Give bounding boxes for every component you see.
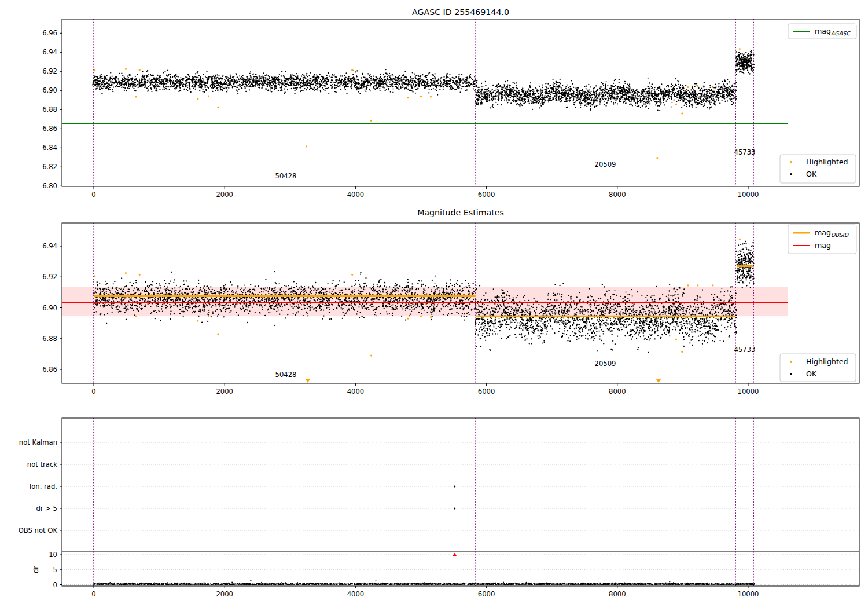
legend-ok-marker — [790, 173, 792, 175]
y-tick-label: 6.88 — [42, 335, 57, 343]
clipped-low-marker — [656, 379, 661, 383]
flag-category-label: Ion. rad. — [30, 482, 57, 490]
x-tick-label: 10000 — [738, 590, 759, 598]
plot2-title: Magnitude Estimates — [417, 208, 504, 217]
flag-category-label: OBS not OK — [19, 526, 58, 534]
flag-category-label: dr > 5 — [36, 504, 57, 512]
x-tick-label: 4000 — [347, 191, 365, 199]
x-tick-label: 10000 — [738, 387, 759, 395]
x-tick-label: 0 — [91, 387, 95, 395]
legend-label: Highlighted — [806, 158, 848, 166]
y-tick-label: 6.86 — [42, 365, 57, 373]
obsid-annotation: 50428 — [275, 371, 297, 379]
panel-flags-dr: not Kalmannot trackIon. rad.dr > 5OBS no… — [19, 418, 859, 598]
obsid-annotation: 20509 — [595, 160, 616, 169]
x-tick-label: 2000 — [216, 387, 233, 395]
x-tick-label: 10000 — [738, 191, 759, 199]
x-tick-label: 2000 — [216, 191, 233, 199]
legend-label: mag — [815, 241, 831, 250]
y-tick-label: 6.90 — [42, 86, 57, 94]
legend-highlighted-marker — [790, 161, 792, 163]
plot3-frame — [62, 418, 859, 586]
dr-outliers — [250, 580, 670, 583]
legend-label: OK — [806, 170, 817, 178]
dr-scatter — [93, 581, 755, 585]
x-tick-label: 0 — [91, 590, 95, 598]
obsid-annotation: 45733 — [734, 148, 756, 156]
scatter-highlighted — [94, 48, 741, 159]
y-tick-label: 0 — [53, 581, 57, 589]
x-tick-label: 8000 — [609, 387, 626, 395]
figure-canvas: 02000400060008000100006.966.946.926.906.… — [0, 0, 868, 608]
x-tick-label: 4000 — [347, 387, 365, 395]
clipped-low-marker — [306, 379, 310, 383]
y-tick-label: 6.94 — [42, 48, 57, 56]
x-tick-label: 2000 — [216, 590, 233, 598]
chart-layers: 02000400060008000100006.966.946.926.906.… — [19, 19, 859, 598]
y-tick-label: 6.82 — [42, 163, 57, 171]
y-tick-label: 6.88 — [42, 105, 57, 113]
y-tick-label: 10 — [49, 551, 57, 559]
y-tick-label: 6.86 — [42, 124, 57, 133]
legend-ok-marker — [790, 373, 792, 375]
y-tick-label: 6.92 — [42, 273, 57, 281]
legend-label: OK — [806, 369, 817, 378]
y-tick-label: 6.94 — [42, 242, 57, 250]
panel-agasc-magnitude: 02000400060008000100006.966.946.926.906.… — [42, 19, 859, 199]
dr-clipped-high-marker — [453, 553, 457, 556]
x-tick-label: 6000 — [478, 191, 495, 199]
scatter-ok — [92, 50, 755, 111]
panel-magnitude-estimates: 02000400060008000100006.946.926.906.886.… — [42, 223, 859, 395]
legend-highlighted-marker — [790, 361, 792, 363]
dr-axis-label: dr — [32, 566, 40, 573]
flag-category-label: not Kalman — [19, 438, 57, 446]
obsid-annotation: 45733 — [734, 346, 756, 354]
obsid-annotation: 20509 — [595, 360, 616, 368]
legend-label: Highlighted — [806, 357, 848, 366]
plot1-title: AGASC ID 255469144.0 — [412, 8, 509, 17]
y-tick-label: 6.84 — [42, 144, 57, 152]
matplotlib-figure: 02000400060008000100006.966.946.926.906.… — [0, 0, 868, 608]
plot1-frame — [62, 19, 859, 186]
y-tick-label: 6.90 — [42, 304, 57, 312]
x-tick-label: 8000 — [609, 590, 626, 598]
x-tick-label: 4000 — [347, 590, 365, 598]
x-tick-label: 6000 — [478, 590, 495, 598]
y-tick-label: 6.80 — [42, 182, 57, 190]
flag-points — [454, 485, 455, 509]
y-tick-label: 5 — [53, 566, 57, 574]
x-tick-label: 6000 — [478, 387, 495, 395]
obsid-annotation: 50428 — [275, 172, 297, 180]
y-tick-label: 6.92 — [42, 67, 57, 75]
x-tick-label: 0 — [91, 191, 95, 199]
x-tick-label: 8000 — [609, 191, 626, 199]
flag-category-label: not track — [27, 460, 57, 468]
y-tick-label: 6.96 — [42, 29, 57, 37]
